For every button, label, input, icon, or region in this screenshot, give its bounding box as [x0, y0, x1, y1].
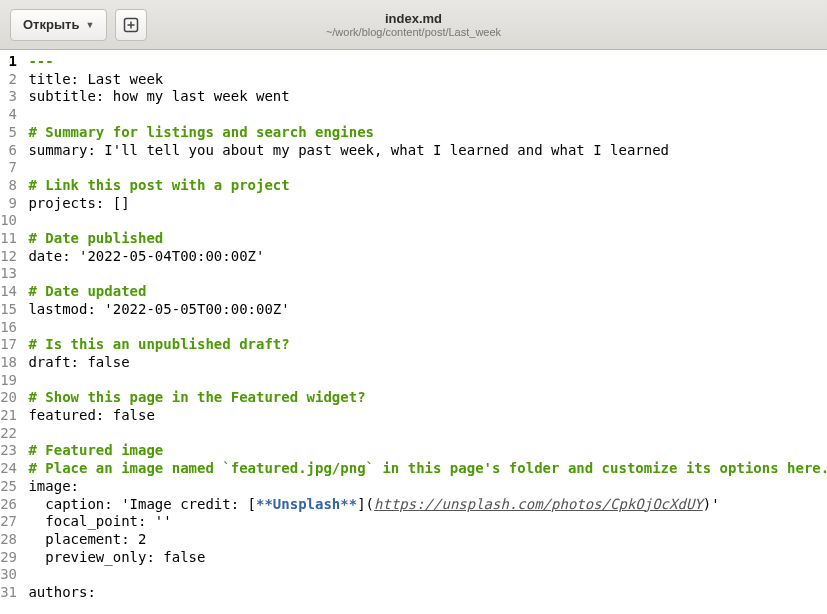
titlebar: Открыть ▼ index.md ~/work/blog/content/p…	[0, 0, 827, 50]
editor-area[interactable]: 1 ---2 title: Last week3 subtitle: how m…	[0, 50, 827, 602]
line-content[interactable]: # Link this post with a project	[28, 177, 827, 195]
editor-line[interactable]: 8 # Link this post with a project	[0, 177, 827, 195]
line-number: 17	[0, 336, 20, 354]
editor-line[interactable]: 15 lastmod: '2022-05-05T00:00:00Z'	[0, 301, 827, 319]
line-number: 30	[0, 566, 20, 584]
line-content[interactable]	[28, 212, 827, 230]
chevron-down-icon: ▼	[85, 20, 94, 30]
editor-line[interactable]: 31 authors:	[0, 584, 827, 602]
line-content[interactable]: draft: false	[28, 354, 827, 372]
editor-line[interactable]: 10	[0, 212, 827, 230]
line-number: 9	[0, 195, 20, 213]
line-content[interactable]: # Summary for listings and search engine…	[28, 124, 827, 142]
editor-line[interactable]: 19	[0, 372, 827, 390]
line-content[interactable]	[28, 265, 827, 283]
editor-line[interactable]: 30	[0, 566, 827, 584]
line-content[interactable]: lastmod: '2022-05-05T00:00:00Z'	[28, 301, 827, 319]
line-content[interactable]: ---	[28, 53, 827, 71]
open-button[interactable]: Открыть ▼	[10, 9, 107, 41]
editor-line[interactable]: 6 summary: I'll tell you about my past w…	[0, 142, 827, 160]
line-content[interactable]: # Is this an unpublished draft?	[28, 336, 827, 354]
line-number: 13	[0, 265, 20, 283]
editor-line[interactable]: 4	[0, 106, 827, 124]
line-number: 29	[0, 549, 20, 567]
line-number: 23	[0, 442, 20, 460]
editor-line[interactable]: 2 title: Last week	[0, 71, 827, 89]
line-content[interactable]: projects: []	[28, 195, 827, 213]
line-content[interactable]: title: Last week	[28, 71, 827, 89]
line-content[interactable]: preview_only: false	[28, 549, 827, 567]
line-content[interactable]: # Date published	[28, 230, 827, 248]
line-number: 18	[0, 354, 20, 372]
open-button-label: Открыть	[23, 17, 79, 32]
line-number: 26	[0, 496, 20, 514]
line-content[interactable]	[28, 372, 827, 390]
line-number: 7	[0, 159, 20, 177]
line-content[interactable]: summary: I'll tell you about my past wee…	[28, 142, 827, 160]
line-number: 2	[0, 71, 20, 89]
line-content[interactable]: date: '2022-05-04T00:00:00Z'	[28, 248, 827, 266]
line-number: 15	[0, 301, 20, 319]
editor-line[interactable]: 28 placement: 2	[0, 531, 827, 549]
line-number: 8	[0, 177, 20, 195]
line-number: 10	[0, 212, 20, 230]
line-content[interactable]	[28, 159, 827, 177]
line-number: 20	[0, 389, 20, 407]
line-number: 5	[0, 124, 20, 142]
line-number: 12	[0, 248, 20, 266]
editor-line[interactable]: 14 # Date updated	[0, 283, 827, 301]
editor-line[interactable]: 5 # Summary for listings and search engi…	[0, 124, 827, 142]
line-content[interactable]	[28, 319, 827, 337]
editor-line[interactable]: 16	[0, 319, 827, 337]
line-content[interactable]: # Featured image	[28, 442, 827, 460]
editor-line[interactable]: 11 # Date published	[0, 230, 827, 248]
editor-line[interactable]: 13	[0, 265, 827, 283]
line-content[interactable]: placement: 2	[28, 531, 827, 549]
line-number: 19	[0, 372, 20, 390]
line-content[interactable]: # Place an image named `featured.jpg/png…	[28, 460, 827, 478]
editor-line[interactable]: 1 ---	[0, 53, 827, 71]
editor-line[interactable]: 20 # Show this page in the Featured widg…	[0, 389, 827, 407]
line-number: 6	[0, 142, 20, 160]
line-number: 27	[0, 513, 20, 531]
new-tab-button[interactable]	[115, 9, 147, 41]
editor-line[interactable]: 12 date: '2022-05-04T00:00:00Z'	[0, 248, 827, 266]
line-content[interactable]: subtitle: how my last week went	[28, 88, 827, 106]
editor-line[interactable]: 25 image:	[0, 478, 827, 496]
editor-line[interactable]: 7	[0, 159, 827, 177]
line-number: 16	[0, 319, 20, 337]
line-content[interactable]	[28, 106, 827, 124]
editor-line[interactable]: 27 focal_point: ''	[0, 513, 827, 531]
line-content[interactable]: featured: false	[28, 407, 827, 425]
line-number: 1	[0, 53, 20, 71]
line-number: 3	[0, 88, 20, 106]
line-content[interactable]	[28, 566, 827, 584]
line-content[interactable]	[28, 425, 827, 443]
line-number: 31	[0, 584, 20, 602]
line-content[interactable]: caption: 'Image credit: [**Unsplash**](h…	[28, 496, 827, 514]
plus-box-icon	[123, 17, 139, 33]
editor-line[interactable]: 18 draft: false	[0, 354, 827, 372]
line-number: 24	[0, 460, 20, 478]
line-content[interactable]: # Show this page in the Featured widget?	[28, 389, 827, 407]
editor-line[interactable]: 3 subtitle: how my last week went	[0, 88, 827, 106]
editor-line[interactable]: 29 preview_only: false	[0, 549, 827, 567]
editor-line[interactable]: 17 # Is this an unpublished draft?	[0, 336, 827, 354]
editor-line[interactable]: 9 projects: []	[0, 195, 827, 213]
line-number: 25	[0, 478, 20, 496]
line-content[interactable]: authors:	[28, 584, 827, 602]
editor-line[interactable]: 24 # Place an image named `featured.jpg/…	[0, 460, 827, 478]
line-content[interactable]: # Date updated	[28, 283, 827, 301]
editor-line[interactable]: 22	[0, 425, 827, 443]
line-number: 28	[0, 531, 20, 549]
editor-line[interactable]: 21 featured: false	[0, 407, 827, 425]
editor-line[interactable]: 26 caption: 'Image credit: [**Unsplash**…	[0, 496, 827, 514]
line-content[interactable]: focal_point: ''	[28, 513, 827, 531]
line-number: 4	[0, 106, 20, 124]
line-number: 21	[0, 407, 20, 425]
line-number: 22	[0, 425, 20, 443]
line-content[interactable]: image:	[28, 478, 827, 496]
line-number: 14	[0, 283, 20, 301]
line-number: 11	[0, 230, 20, 248]
editor-line[interactable]: 23 # Featured image	[0, 442, 827, 460]
